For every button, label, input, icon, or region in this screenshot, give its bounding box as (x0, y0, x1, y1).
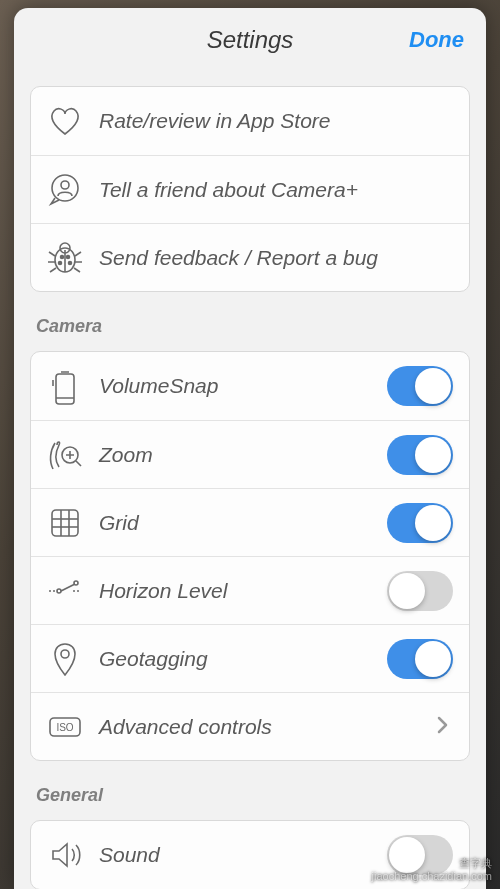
grid-icon (45, 503, 85, 543)
geotag-icon (45, 639, 85, 679)
volumesnap-toggle[interactable] (387, 366, 453, 406)
geotag-label: Geotagging (99, 647, 373, 671)
svg-point-1 (61, 181, 69, 189)
geotag-toggle[interactable] (387, 639, 453, 679)
svg-point-5 (67, 255, 70, 258)
volumesnap-icon (45, 366, 85, 406)
svg-point-24 (57, 589, 61, 593)
rate-review-label: Rate/review in App Store (99, 109, 453, 133)
advanced-controls-row[interactable]: ISO Advanced controls (31, 692, 469, 760)
volumesnap-label: VolumeSnap (99, 374, 373, 398)
svg-rect-17 (52, 510, 78, 536)
heart-icon (45, 101, 85, 141)
advanced-controls-label: Advanced controls (99, 715, 423, 739)
svg-line-25 (61, 584, 75, 591)
zoom-toggle[interactable] (387, 435, 453, 475)
svg-text:ISO: ISO (56, 722, 73, 733)
volumesnap-row: VolumeSnap (31, 352, 469, 420)
grid-row: Grid (31, 488, 469, 556)
horizon-row: Horizon Level (31, 556, 469, 624)
watermark: 查字典 jiaocheng.chazidian.com (372, 857, 492, 883)
geotag-row: Geotagging (31, 624, 469, 692)
settings-sheet: Settings Done Rate/review in App Store T… (14, 8, 486, 889)
svg-point-0 (52, 175, 78, 201)
svg-point-6 (59, 261, 62, 264)
sound-label: Sound (99, 843, 373, 867)
bug-icon (45, 238, 85, 278)
svg-point-7 (69, 261, 72, 264)
send-feedback-label: Send feedback / Report a bug (99, 246, 453, 270)
tell-friend-label: Tell a friend about Camera+ (99, 178, 453, 202)
rate-review-row[interactable]: Rate/review in App Store (31, 87, 469, 155)
svg-point-26 (74, 581, 78, 585)
settings-header: Settings Done (14, 8, 486, 72)
horizon-icon (45, 571, 85, 611)
send-feedback-row[interactable]: Send feedback / Report a bug (31, 223, 469, 291)
horizon-toggle[interactable] (387, 571, 453, 611)
svg-point-27 (61, 650, 69, 658)
camera-group: VolumeSnap Zoom Grid (30, 351, 470, 761)
iso-icon: ISO (45, 707, 85, 747)
camera-section-title: Camera (36, 316, 464, 337)
sound-icon (45, 835, 85, 875)
horizon-label: Horizon Level (99, 579, 373, 603)
done-button[interactable]: Done (409, 27, 464, 53)
zoom-icon (45, 435, 85, 475)
tell-friend-row[interactable]: Tell a friend about Camera+ (31, 155, 469, 223)
svg-point-4 (61, 255, 64, 258)
chevron-right-icon (437, 714, 453, 740)
general-section-title: General (36, 785, 464, 806)
tell-friend-icon (45, 170, 85, 210)
zoom-row: Zoom (31, 420, 469, 488)
grid-label: Grid (99, 511, 373, 535)
svg-line-16 (76, 461, 81, 466)
page-title: Settings (207, 26, 294, 54)
feedback-group: Rate/review in App Store Tell a friend a… (30, 86, 470, 292)
grid-toggle[interactable] (387, 503, 453, 543)
svg-rect-9 (56, 374, 74, 404)
zoom-label: Zoom (99, 443, 373, 467)
settings-scroll[interactable]: Rate/review in App Store Tell a friend a… (14, 72, 486, 889)
